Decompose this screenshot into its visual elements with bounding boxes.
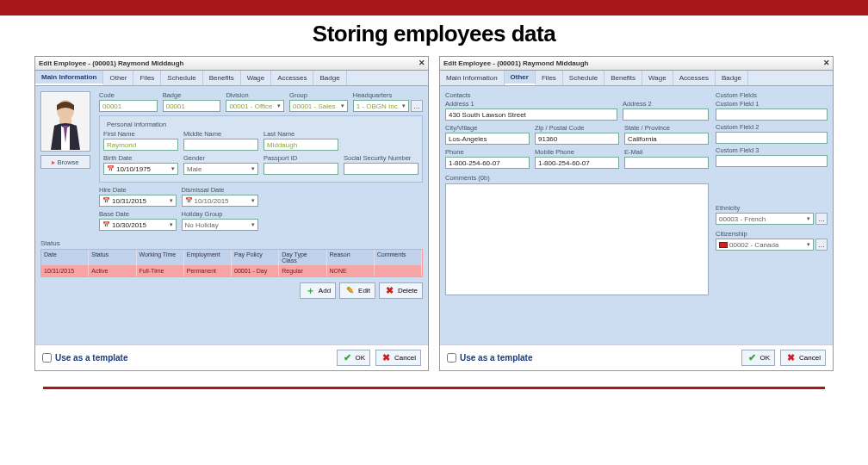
template-checkbox[interactable]: Use as a template [42, 353, 128, 363]
gender-label: Gender [183, 154, 258, 162]
custom-fields-section: Custom Fields [716, 91, 828, 99]
cf3-label: Custom Field 3 [716, 146, 828, 154]
tab-wage-r[interactable]: Wage [642, 71, 673, 85]
comments-label: Comments (0b) [445, 174, 709, 182]
base-date-field[interactable]: 10/30/2015 [99, 219, 177, 231]
ok-button-r[interactable]: ✔OK [741, 350, 776, 366]
close-icon[interactable]: ✕ [418, 59, 425, 67]
cf1-field[interactable] [716, 108, 828, 121]
middle-name-field[interactable] [183, 139, 258, 151]
th-pay-policy[interactable]: Pay Policy [232, 250, 279, 265]
ssn-label: Social Security Number [344, 154, 418, 162]
tab-accesses[interactable]: Accesses [271, 71, 313, 85]
division-label: Division [226, 91, 284, 99]
passport-field[interactable] [264, 163, 338, 175]
browse-button[interactable]: ▸Browse [40, 155, 90, 169]
template-checkbox-r[interactable]: Use as a template [447, 353, 533, 363]
ethnicity-more-button[interactable]: … [815, 213, 828, 225]
badge-field[interactable]: 00001 [163, 100, 221, 112]
tab-accesses-r[interactable]: Accesses [673, 71, 716, 85]
tab-other-r[interactable]: Other [505, 71, 536, 85]
status-table: Date Status Working Time Employment Pay … [40, 249, 423, 277]
cf2-label: Custom Field 2 [716, 123, 828, 131]
holiday-group-field[interactable]: No Holiday [182, 219, 259, 231]
window-title-text: Edit Employee - (00001) Raymond Middaugh [39, 59, 183, 67]
th-date[interactable]: Date [41, 250, 89, 265]
window-title-left: Edit Employee - (00001) Raymond Middaugh… [35, 57, 428, 71]
th-status[interactable]: Status [89, 250, 136, 265]
tab-schedule[interactable]: Schedule [161, 71, 202, 85]
th-day-type[interactable]: Day Type Class [279, 250, 326, 265]
edit-label: Edit [358, 287, 370, 294]
ethnicity-label: Ethnicity [716, 204, 828, 212]
first-name-field[interactable]: Raymond [103, 139, 178, 151]
ethnicity-field[interactable]: 00003 - French [716, 213, 814, 225]
delete-button[interactable]: ✖Delete [379, 282, 423, 299]
template-checkbox-input-r[interactable] [447, 353, 456, 363]
cf3-field[interactable] [716, 155, 828, 167]
tab-benefits-r[interactable]: Benefits [604, 71, 642, 85]
tab-other[interactable]: Other [103, 71, 133, 85]
add-button[interactable]: ＋Add [300, 282, 336, 299]
cf2-field[interactable] [716, 132, 828, 144]
birth-date-field[interactable]: 10/10/1975 [103, 163, 178, 175]
tab-files-r[interactable]: Files [536, 71, 563, 85]
td-employment: Permanent [184, 265, 232, 276]
base-date-label: Base Date [99, 210, 177, 218]
birth-date-label: Birth Date [103, 154, 178, 162]
td-reason: NONE [327, 265, 375, 276]
tabs-left: Main Information Other Files Schedule Be… [35, 71, 428, 86]
table-row[interactable]: 10/31/2015 Active Full-Time Permanent 00… [41, 265, 422, 276]
left-panel: Edit Employee - (00001) Raymond Middaugh… [34, 56, 429, 371]
th-employment[interactable]: Employment [184, 250, 232, 265]
hire-date-field[interactable]: 10/31/2015 [99, 195, 177, 207]
last-name-field[interactable]: Middaugh [264, 139, 338, 151]
ok-button[interactable]: ✔OK [337, 350, 371, 366]
edit-button[interactable]: ✎Edit [339, 282, 375, 299]
page-title: Storing employees data [0, 21, 868, 47]
citizenship-more-button[interactable]: … [815, 239, 828, 251]
template-checkbox-input[interactable] [42, 353, 52, 363]
dismiss-date-field[interactable]: 10/10/2015 [182, 195, 259, 207]
cf1-label: Custom Field 1 [716, 100, 828, 108]
cancel-button-r[interactable]: ✖Cancel [780, 350, 826, 366]
tab-wage[interactable]: Wage [241, 71, 272, 85]
zip-field[interactable]: 91360 [535, 133, 619, 145]
group-field[interactable]: 00001 - Sales [289, 100, 348, 112]
division-field[interactable]: 00001 - Office [226, 100, 284, 112]
phone-field[interactable]: 1-800-254-60-07 [445, 157, 530, 169]
th-reason[interactable]: Reason [327, 250, 375, 265]
tab-main-information[interactable]: Main Information [35, 71, 103, 85]
email-field[interactable] [624, 157, 709, 169]
tab-main-information-r[interactable]: Main Information [440, 71, 505, 85]
city-field[interactable]: Los-Angeles [445, 133, 530, 145]
contacts-section: Contacts [445, 91, 709, 99]
code-field[interactable]: 00001 [99, 100, 158, 112]
hq-field[interactable]: 1 - OBGN Inc. [353, 100, 409, 112]
td-date: 10/31/2015 [41, 265, 89, 276]
hq-more-button[interactable]: … [411, 100, 423, 112]
addr2-field[interactable] [623, 108, 709, 121]
tab-files[interactable]: Files [133, 71, 161, 85]
td-comments [375, 265, 422, 276]
close-icon-right[interactable]: ✕ [823, 59, 830, 67]
gender-field[interactable]: Male [183, 163, 258, 175]
addr1-field[interactable]: 430 South Lawson Street [445, 108, 617, 121]
citizenship-field[interactable]: 00002 - Canada [716, 239, 814, 251]
ssn-field[interactable] [344, 163, 418, 175]
tab-badge[interactable]: Badge [313, 71, 346, 85]
th-working-time[interactable]: Working Time [137, 250, 184, 265]
tab-badge-r[interactable]: Badge [716, 71, 748, 85]
cancel-button[interactable]: ✖Cancel [375, 350, 421, 366]
tab-schedule-r[interactable]: Schedule [563, 71, 604, 85]
hq-label: Headquarters [353, 91, 423, 99]
mobile-field[interactable]: 1-800-254-60-07 [535, 157, 619, 169]
state-field[interactable]: California [624, 133, 709, 145]
td-pay-policy: 00001 - Day [232, 265, 279, 276]
comments-textarea[interactable] [445, 183, 709, 295]
browse-label: Browse [57, 158, 78, 166]
ok-label-r: OK [760, 354, 771, 362]
tab-benefits[interactable]: Benefits [203, 71, 241, 85]
td-status: Active [89, 265, 136, 276]
th-comments[interactable]: Comments [375, 250, 422, 265]
